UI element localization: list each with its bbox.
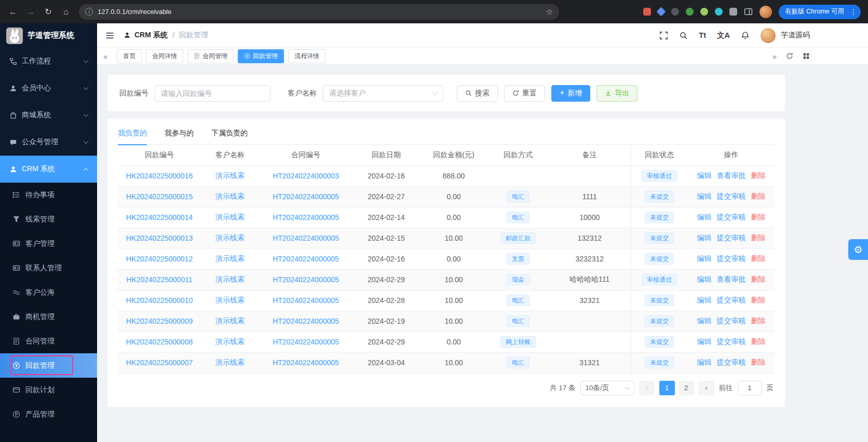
site-info-icon[interactable]: i [85, 8, 93, 16]
extension-icon-red[interactable] [643, 8, 651, 16]
delete-link[interactable]: 删除 [751, 192, 766, 200]
receivable-number-link[interactable]: HK20240225000007 [126, 358, 193, 367]
page-button-2[interactable]: 2 [679, 381, 694, 395]
browser-menu-icon[interactable]: ⋮ [848, 8, 859, 16]
tab-contract-detail[interactable]: 合同详情 [146, 49, 183, 63]
delete-link[interactable]: 删除 [751, 275, 766, 283]
browser-forward-icon[interactable]: → [23, 4, 38, 20]
contract-number-link[interactable]: HT20240224000005 [273, 213, 339, 222]
contract-number-link[interactable]: HT20240224000005 [273, 275, 339, 284]
page-button-1[interactable]: 1 [659, 381, 675, 395]
goto-page-input[interactable] [738, 381, 762, 395]
user-avatar[interactable] [761, 28, 776, 43]
sidebar-item-contact[interactable]: 联系人管理 [0, 256, 97, 280]
submit-approval-link[interactable]: 提交审核 [717, 233, 746, 242]
sidebar-item-clue[interactable]: 线索管理 [0, 207, 97, 231]
contract-number-link[interactable]: HT20240224000005 [273, 296, 339, 305]
receivable-number-link[interactable]: HK20240225000012 [126, 255, 193, 263]
customer-name-link[interactable]: 演示线索 [215, 254, 245, 263]
sidebar-item-mall[interactable]: 商城系统 [0, 102, 97, 129]
customer-name-link[interactable]: 演示线索 [215, 358, 245, 366]
search-button[interactable]: 搜索 [457, 85, 498, 102]
search-icon[interactable] [679, 31, 688, 40]
edit-link[interactable]: 编辑 [697, 316, 712, 325]
hamburger-icon[interactable] [105, 31, 114, 40]
extension-icon-green[interactable] [686, 8, 694, 16]
receivable-number-link[interactable]: HK20240225000008 [126, 338, 193, 346]
address-bar[interactable]: i 127.0.0.1/crm/receivable ☆ [79, 4, 559, 20]
edit-link[interactable]: 编辑 [697, 358, 712, 366]
prev-page-button[interactable]: ‹ [639, 381, 655, 395]
receivable-number-link[interactable]: HK20240225000015 [126, 192, 193, 201]
edit-link[interactable]: 编辑 [697, 275, 712, 283]
bookmark-star-icon[interactable]: ☆ [546, 7, 553, 17]
extension-icon-blue[interactable] [656, 7, 666, 16]
receivable-number-link[interactable]: HK20240225000009 [126, 317, 193, 325]
submit-approval-link[interactable]: 提交审核 [717, 316, 746, 325]
sidebar-item-product[interactable]: 产品管理 [0, 402, 97, 426]
sidebar-item-customer[interactable]: 客户管理 [0, 231, 97, 256]
browser-home-icon[interactable]: ⌂ [58, 4, 74, 20]
tab-home[interactable]: 首页 [117, 49, 142, 63]
customer-name-link[interactable]: 演示线索 [215, 337, 245, 346]
contract-number-link[interactable]: HT20240224000005 [273, 317, 339, 325]
contract-number-link[interactable]: HT20240224000005 [273, 338, 339, 346]
tabs-scroll-left-icon[interactable]: « [103, 52, 107, 60]
receivable-number-link[interactable]: HK20240225000013 [126, 234, 193, 242]
contract-number-link[interactable]: HT20240224000005 [273, 234, 339, 242]
edit-link[interactable]: 编辑 [697, 171, 712, 179]
contract-number-link[interactable]: HT20240224000005 [273, 192, 339, 201]
edit-link[interactable]: 编辑 [697, 213, 712, 221]
delete-link[interactable]: 删除 [751, 171, 766, 179]
sidebar-item-workflow[interactable]: 工作流程 [0, 48, 97, 75]
add-button[interactable]: + 新增 [551, 85, 590, 102]
extension-icon-lightgreen[interactable] [700, 8, 708, 16]
sidebar-item-todo[interactable]: 待办事项 [0, 183, 97, 207]
tab-contract-manage[interactable]: 合同管理 [187, 49, 234, 63]
next-page-button[interactable]: › [699, 381, 714, 395]
scene-tab-subordinate[interactable]: 下属负责的 [211, 122, 248, 145]
edit-link[interactable]: 编辑 [697, 337, 712, 346]
tab-receivable-manage[interactable]: 回款管理 [238, 49, 284, 63]
customer-name-link[interactable]: 演示线索 [215, 233, 245, 242]
receivable-number-input[interactable] [155, 85, 270, 102]
sidebar-item-wechat-mp[interactable]: 公众号管理 [0, 129, 97, 156]
breadcrumb-root[interactable]: CRM 系统 [134, 31, 168, 40]
delete-link[interactable]: 删除 [751, 213, 766, 221]
customer-name-link[interactable]: 演示线索 [215, 213, 245, 221]
sidebar-item-contract[interactable]: 合同管理 [0, 329, 97, 353]
sidebar-item-receivable[interactable]: 回款管理 [0, 353, 97, 378]
export-button[interactable]: 导出 [596, 85, 638, 102]
submit-approval-link[interactable]: 提交审核 [717, 296, 746, 304]
tab-process-detail[interactable]: 流程详情 [288, 49, 326, 63]
notification-bell-icon[interactable] [741, 31, 750, 40]
view-approval-link[interactable]: 查看审批 [717, 171, 746, 179]
contract-number-link[interactable]: HT20240224000005 [273, 255, 339, 263]
receivable-number-link[interactable]: HK20240225000011 [126, 275, 192, 284]
submit-approval-link[interactable]: 提交审核 [717, 337, 746, 346]
extension-icon-teal[interactable] [715, 8, 723, 16]
edit-link[interactable]: 编辑 [697, 254, 712, 263]
sidebar-item-receivable-plan[interactable]: 回款计划 [0, 378, 97, 402]
user-name[interactable]: 芋道源码 [781, 31, 810, 40]
delete-link[interactable]: 删除 [751, 296, 766, 304]
refresh-page-icon[interactable] [786, 52, 793, 60]
sidebar-item-crm[interactable]: CRM 系统 [0, 156, 97, 183]
scene-tab-mine[interactable]: 我负责的 [118, 122, 147, 145]
sidebar-item-member[interactable]: 会员中心 [0, 75, 97, 102]
customer-name-link[interactable]: 演示线索 [215, 296, 245, 304]
scene-tab-joined[interactable]: 我参与的 [165, 122, 194, 145]
customer-select[interactable]: 请选择客户 [323, 85, 443, 102]
contract-number-link[interactable]: HT20240224000003 [273, 172, 339, 180]
sidebar-item-public-pool[interactable]: 客户公海 [0, 280, 97, 305]
edit-link[interactable]: 编辑 [697, 296, 712, 304]
receivable-number-link[interactable]: HK20240225000016 [126, 172, 193, 180]
browser-profile-avatar[interactable] [760, 6, 772, 18]
translate-icon[interactable]: 文A [717, 31, 730, 40]
submit-approval-link[interactable]: 提交审核 [717, 254, 746, 263]
app-logo[interactable]: 芋道管理系统 [0, 23, 97, 48]
customer-name-link[interactable]: 演示线索 [215, 171, 245, 179]
edit-link[interactable]: 编辑 [697, 233, 712, 242]
extension-icon-puzzle[interactable] [729, 8, 737, 16]
browser-back-icon[interactable]: ← [5, 4, 21, 20]
